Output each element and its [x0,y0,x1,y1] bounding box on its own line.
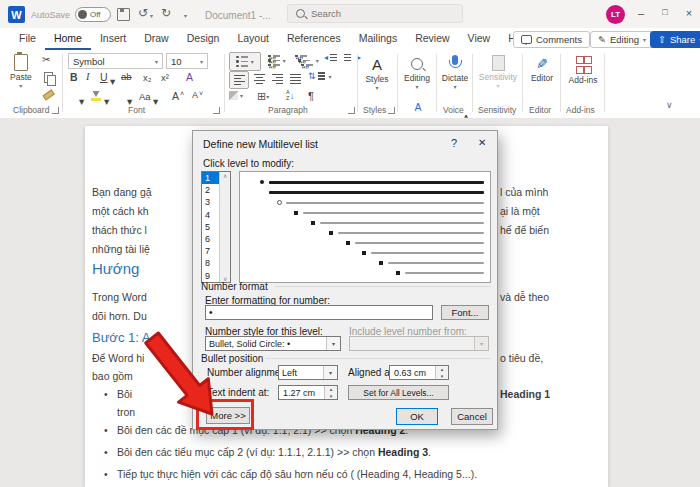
underline-dropdown-icon[interactable]: ▾ [110,75,115,87]
editor-group-label: Editor [529,105,551,115]
tab-draw[interactable]: Draw [135,29,178,50]
tab-view[interactable]: View [459,29,500,50]
paste-button[interactable]: Paste ▾ [10,54,32,91]
doc-text: tron [117,406,135,418]
copy-icon[interactable] [44,72,53,83]
align-center-icon [254,74,265,84]
tab-review[interactable]: Review [406,29,458,50]
undo-icon[interactable]: ↺ [138,7,148,19]
word-logo-icon[interactable]: W [8,6,25,23]
level-list-scrollbar[interactable]: ∧ ∨ [219,172,230,282]
tab-references[interactable]: References [278,29,350,50]
level-listbox[interactable]: 1 2 3 4 5 6 7 8 9 ∧ ∨ [201,171,231,283]
tab-layout[interactable]: Layout [228,29,278,50]
grow-font-button[interactable]: A ˄ [172,90,184,102]
dialog-help-icon[interactable]: ? [451,137,457,149]
level-item-6[interactable]: 6 [202,233,219,245]
justify-button[interactable] [286,71,304,87]
tab-design[interactable]: Design [178,29,229,50]
decrease-indent-button[interactable]: ◂ [324,53,341,62]
align-left-button[interactable] [229,71,249,89]
autosave-toggle[interactable]: Off [75,7,111,22]
cut-icon[interactable]: ✂ [42,54,50,65]
level-item-8[interactable]: 8 [202,257,219,269]
level-item-9[interactable]: 9 [202,270,219,282]
text-indent-spinner[interactable]: 1.27 cm ▴▾ [278,385,338,400]
level-item-5[interactable]: 5 [202,221,219,233]
change-case-button[interactable]: Aa [139,91,151,102]
superscript-button[interactable]: x² [161,72,169,83]
tab-file[interactable]: File [10,29,45,50]
number-alignment-select[interactable]: Left ▾ [278,365,338,380]
number-format-input[interactable] [205,305,433,320]
change-case-dropdown-icon[interactable]: ▾ [153,95,158,107]
level-item-1[interactable]: 1 [202,172,219,184]
highlight-color-button[interactable] [91,91,101,101]
line-spacing-button[interactable]: ⇅ ▾ [308,71,332,81]
click-level-label: Click level to modify: [203,158,294,169]
font-dialog-launcher-icon[interactable] [213,107,220,114]
level-item-4[interactable]: 4 [202,209,219,221]
maximize-icon[interactable]: □ [654,7,676,17]
close-icon[interactable]: × [678,7,700,19]
level-item-2[interactable]: 2 [202,184,219,196]
bullet-list-button[interactable]: ▾ [229,52,261,71]
addins-button[interactable]: Add-ins [565,56,601,85]
clear-formatting-button[interactable]: A [186,71,193,83]
doc-text: hế để biến [500,224,549,236]
qat-customize-icon[interactable]: ▾ [184,12,187,19]
dictate-button[interactable]: Dictate ▾ [440,55,470,92]
tab-insert[interactable]: Insert [91,29,135,50]
styles-button[interactable]: A Styles ▾ [360,56,394,93]
scroll-up-icon[interactable]: ∧ [223,172,227,179]
underline-button[interactable]: U [100,71,108,83]
number-style-select[interactable]: Bullet, Solid Circle: • ▾ [205,336,341,351]
shrink-font-button[interactable]: A ˅ [192,90,203,100]
collapse-ribbon-icon[interactable]: ∨ [666,100,673,110]
chevron-down-icon: ▾ [643,36,646,43]
font-button[interactable]: Font... [441,305,489,320]
set-all-levels-button[interactable]: Set for All Levels... [348,385,449,400]
tab-home[interactable]: Home [45,29,91,50]
subscript-button[interactable]: x₂ [143,72,151,83]
paragraph-dialog-launcher-icon[interactable] [348,107,355,114]
font-group-label: Font [128,105,145,115]
minimize-icon[interactable]: – [630,7,652,19]
aligned-at-spinner[interactable]: 0.63 cm ▴▾ [389,365,449,380]
format-painter-icon[interactable] [42,89,54,100]
comments-button[interactable]: Comments [513,31,590,48]
share-button[interactable]: ⇧ Share ▾ [650,31,700,48]
italic-button[interactable]: I [86,71,90,82]
save-icon[interactable] [117,8,130,21]
editor-button[interactable]: ✎ Editor [526,56,558,83]
level-item-7[interactable]: 7 [202,245,219,257]
highlight-dropdown-icon[interactable]: ▾ [104,95,109,107]
align-right-button[interactable] [268,71,286,87]
align-center-button[interactable] [250,71,268,87]
font-name-combo[interactable]: Symbol ▾ [68,53,163,69]
text-effects-dropdown-icon[interactable]: ▾ [79,95,84,107]
increase-indent-button[interactable]: ▸ [344,53,361,62]
editing-button[interactable]: Editing ▾ [401,58,433,92]
editing-mode-button[interactable]: ✎ Editing ▾ [590,31,654,48]
font-size-combo[interactable]: 10 ▾ [166,53,208,69]
redo-icon[interactable]: ↻ [161,7,171,19]
search-box[interactable]: Search [287,4,463,23]
sort-button[interactable]: AZ ↓ [286,90,294,101]
undo-dropdown-icon[interactable]: ▾ [150,12,153,19]
strikethrough-button[interactable]: ab [121,71,132,82]
avatar[interactable]: LT [606,5,625,24]
cancel-button[interactable]: Cancel [451,408,493,425]
shading-button[interactable]: ▾ [229,91,243,100]
ok-button[interactable]: OK [396,408,438,425]
multilevel-list-button[interactable]: ▾ [293,52,321,69]
styles-dialog-launcher-icon[interactable] [388,107,395,114]
borders-button[interactable]: ⊞ ▾ [257,90,269,103]
level-item-3[interactable]: 3 [202,196,219,208]
bold-button[interactable]: B [70,71,78,83]
pilcrow-button[interactable]: ¶ [308,90,314,102]
dialog-close-icon[interactable]: ✕ [478,137,486,148]
clipboard-dialog-launcher-icon[interactable] [52,107,59,114]
tab-mailings[interactable]: Mailings [350,29,407,50]
numbered-list-button[interactable]: ▾ [263,52,291,69]
